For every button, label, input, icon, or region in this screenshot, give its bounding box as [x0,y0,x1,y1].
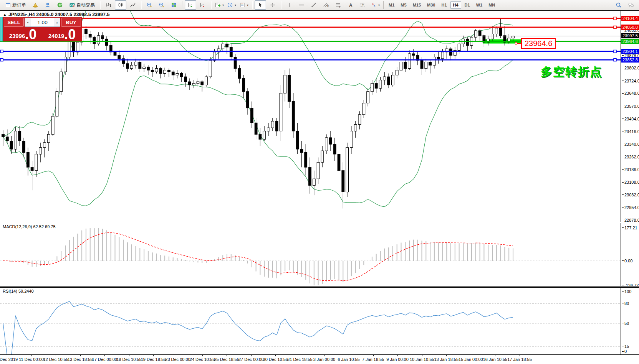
dropdown-caret-icon[interactable]: ▾ [247,3,248,7]
time-label: 18 Dec 10:55 [116,357,141,362]
macd-pane-canvas[interactable] [0,223,621,286]
trade-panel-body: SELL ▼ ▲ BUY 23996.0 24019.0 [3,17,82,41]
chat-icon[interactable] [625,0,637,10]
line-handle[interactable] [0,50,3,53]
crosshair-icon[interactable] [267,0,278,10]
toolbar-separator [252,1,252,9]
candlesticks [2,18,515,208]
timeframe-h4-button[interactable]: H4 [450,1,461,9]
price-badge: 23904.1 [621,49,639,54]
time-tick [251,355,252,356]
search-icon[interactable] [613,0,624,10]
time-tick [129,355,129,356]
wizard-hat-icon[interactable] [30,0,41,10]
price-axis: 24032.023956.023878.023802.023724.023648… [621,11,639,222]
timeframe-m30-button[interactable]: M30 [424,1,438,9]
macd-axis: 177.210.00-136.72 [621,223,639,286]
timeframe-m5-button[interactable]: M5 [398,1,409,9]
volume-input[interactable] [31,18,54,26]
fibonacci-icon[interactable]: F [333,0,344,10]
dropdown-caret-icon[interactable]: ▾ [235,3,236,7]
channel-icon[interactable]: E [320,0,332,10]
zoom-in-icon [146,2,152,8]
cursor-icon[interactable] [255,0,266,10]
line-handle[interactable] [0,59,3,61]
bar-chart-icon [105,2,111,8]
buy-button[interactable]: BUY [61,18,81,27]
arrows-icon[interactable]: ▾ [369,0,381,10]
panel-drag-strip[interactable] [0,17,3,41]
time-label: 27 Dec 00:00 [238,357,263,362]
auto-trading-button[interactable]: 自动交易 [66,0,98,10]
indicators-icon[interactable]: ▾ [214,0,225,10]
macd-signal-line [3,233,513,281]
price-tick: 23186.0 [622,167,639,172]
timeframe-d1-button[interactable]: D1 [462,1,473,9]
time-axis: 9 Dec 201911 Dec 00:0012 Dec 10:5513 Dec… [0,354,639,364]
templates-icon [239,2,245,8]
dropdown-caret-icon[interactable]: ▾ [222,3,224,7]
time-label: 7 Jan 18:55 [362,357,384,362]
volume-increase-button[interactable]: ▲ [54,18,60,26]
text-icon[interactable]: A [345,0,356,10]
crosshair-icon [270,2,276,8]
time-label: 10 Jan 10:55 [410,357,434,362]
timeframe-w1-button[interactable]: W1 [473,1,485,9]
macd-tick: -136.72 [622,283,639,287]
time-tick [80,355,81,356]
sell-price[interactable]: 23996.0 [4,28,42,41]
new-order-icon [5,2,11,8]
time-label: 17 Jan 18:55 [507,357,532,362]
sell-button[interactable]: SELL [4,18,24,27]
line-handle[interactable] [614,26,616,29]
trendline-icon[interactable] [308,0,320,10]
timeframe-h1-button[interactable]: H1 [439,1,449,9]
time-label: 16 Jan 10:55 [483,357,508,362]
community-icon [45,2,51,8]
time-label: 13 Jan 18:55 [434,357,459,362]
timeframe-m1-button[interactable]: M1 [386,1,397,9]
time-tick [373,355,374,356]
time-label: 13 Dec 18:55 [68,357,93,362]
time-tick [495,355,495,356]
collapse-panel-icon[interactable]: ▲ [3,13,7,16]
vline-icon[interactable] [283,0,295,10]
chat-icon [628,2,634,8]
autotrade-icon [69,2,75,8]
line-handle[interactable] [614,59,616,61]
new-order-button[interactable]: 新订单 [2,0,29,10]
time-tick [300,355,300,356]
tile-windows-icon[interactable] [168,0,180,10]
price-callout[interactable]: 23964.6 [521,38,556,49]
time-label: 30 Dec 10:55 [263,357,288,362]
auto-scroll-icon[interactable] [185,0,196,10]
templates-icon[interactable]: ▾ [238,0,250,10]
line-chart-icon[interactable] [127,0,139,10]
time-tick [202,355,203,356]
line-handle[interactable] [614,17,616,20]
volume-decrease-button[interactable]: ▼ [25,18,31,26]
bar-chart-icon[interactable] [103,0,114,10]
text-label-icon[interactable]: T [357,0,369,10]
buy-price[interactable]: 24019.0 [43,28,81,41]
candlestick-chart-icon[interactable] [115,0,126,10]
periods-icon[interactable]: ▾ [226,0,237,10]
market-watch-icon [57,2,63,8]
chart-shift-icon [200,2,206,8]
zoom-out-icon[interactable] [156,0,167,10]
time-label: 15 Jan 00:00 [459,357,483,362]
mt4-terminal-window: 新订单自动交易▾▾▾EFAT▾M1M5M15M30H1H4D1W1MN 2403… [0,0,639,364]
time-label: 6 Jan 10:55 [338,357,360,362]
zoom-in-icon[interactable] [144,0,155,10]
timeframe-mn-button[interactable]: MN [486,1,498,9]
timeframe-m15-button[interactable]: M15 [410,1,424,9]
time-tick [227,355,227,356]
community-icon[interactable] [42,0,53,10]
line-handle[interactable] [614,50,616,53]
market-watch-icon[interactable] [54,0,66,10]
hline-icon[interactable] [296,0,307,10]
price-tick: 23802.0 [622,66,639,70]
rsi-pane-canvas[interactable] [0,288,621,354]
chart-shift-icon[interactable] [197,0,209,10]
dropdown-caret-icon[interactable]: ▾ [378,3,380,7]
